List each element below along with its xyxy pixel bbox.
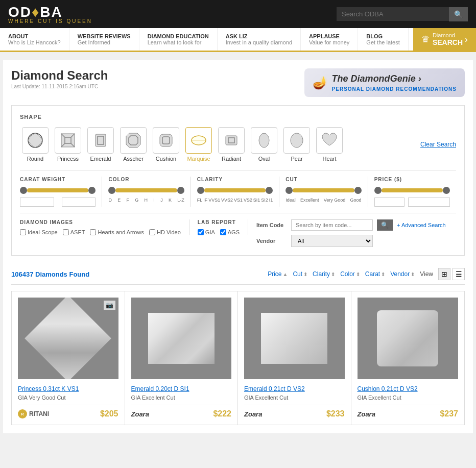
diamond-footer-3: Zoara $233 [244, 405, 345, 418]
search-input[interactable] [337, 7, 449, 21]
diamond-footer-1: R RITANI $205 [18, 405, 118, 418]
clear-search-button[interactable]: Clear Search [420, 141, 456, 148]
carat-label: CARAT WEIGHT [20, 177, 96, 182]
results-count: 106437 Diamonds Found [11, 270, 89, 278]
main-content: Diamond Search Last Update: 11-11-2015 2… [3, 60, 473, 433]
genie-subtitle: PERSONAL DIAMOND RECOMMENDATIONS [332, 86, 457, 92]
gia-checkbox[interactable] [198, 229, 204, 235]
nav-blog[interactable]: BLOG Get the latest [358, 28, 408, 51]
nav-about[interactable]: ABOUT Who is Liz Hancock? [0, 28, 69, 51]
cut-labels: IdealExcellentVery GoodGood [285, 198, 361, 203]
hearts-arrows-option[interactable]: Hearts and Arrows [90, 229, 144, 235]
lab-report-label: LAB REPORT [198, 219, 240, 225]
nav-diamond-search[interactable]: ♛ Diamond SEARCH › [413, 28, 476, 51]
cut-slider[interactable] [285, 186, 361, 194]
nav-website-reviews[interactable]: WEBSITE REVIEWS Get Informed [69, 28, 139, 51]
carat-slider-right-handle[interactable] [88, 187, 96, 194]
carat-slider-left-handle[interactable] [20, 187, 27, 194]
sort-controls: Price ▲ Cut ⬍ Clarity ⬍ Color ⬍ Carat ⬍ … [268, 268, 465, 280]
color-slider-left-handle[interactable] [108, 187, 115, 194]
advanced-search-link[interactable]: + Advanced Search [397, 222, 446, 228]
diamond-price-3: $233 [326, 409, 345, 418]
shape-marquise[interactable]: Marquise [183, 125, 214, 164]
gia-option[interactable]: GIA [198, 229, 215, 235]
diamond-image-2 [131, 298, 232, 379]
item-code-search-button[interactable]: 🔍 [377, 219, 393, 231]
hearts-arrows-checkbox[interactable] [90, 229, 96, 235]
nav-diamond-education[interactable]: DIAMOND EDUCATION Learn what to look for [139, 28, 218, 51]
hd-video-option[interactable]: HD Video [149, 229, 181, 235]
search-button[interactable]: 🔍 [449, 7, 468, 21]
sort-carat[interactable]: Carat ⬍ [365, 270, 385, 278]
shape-oval[interactable]: Oval [249, 125, 279, 164]
color-slider[interactable] [108, 186, 184, 194]
shape-asscher[interactable]: Asscher [118, 125, 149, 164]
sort-vendor[interactable]: Vendor ⬍ [390, 270, 415, 278]
shape-marquise-label: Marquise [187, 156, 210, 162]
clarity-slider-left-handle[interactable] [197, 187, 204, 194]
ideal-scope-checkbox[interactable] [20, 229, 26, 235]
price-max-input[interactable]: $1,500,000 [408, 198, 450, 207]
carat-filter: CARAT WEIGHT 0.00 10.00 [20, 177, 102, 207]
search-panel: SHAPE Round Princess Emer [11, 105, 465, 256]
item-code-input[interactable] [291, 219, 373, 231]
diamond-title-1[interactable]: Princess 0.31ct K VS1 [18, 385, 118, 392]
video-icon-1: 📷 [104, 301, 115, 310]
cut-slider-right-handle[interactable] [354, 187, 362, 194]
price-label: PRICE ($) [374, 177, 450, 182]
shape-heart[interactable]: Heart [314, 125, 345, 164]
ags-checkbox[interactable] [220, 229, 226, 235]
diamond-image-3 [244, 298, 345, 379]
vendor-label: Vendor [256, 238, 287, 244]
cut-label: CUT [285, 177, 361, 182]
shapes-row: Round Princess Emerald [20, 125, 456, 164]
carat-max-input[interactable]: 10.00 [62, 198, 96, 207]
diamond-price-1: $205 [100, 409, 118, 418]
ideal-scope-option[interactable]: Ideal-Scope [20, 229, 58, 235]
shape-round[interactable]: Round [20, 125, 51, 164]
carat-min-input[interactable]: 0.00 [20, 198, 54, 207]
shape-heart-label: Heart [323, 156, 337, 162]
vendor-select[interactable]: All Ritani Zoara James Allen Brian Gavin [291, 235, 373, 247]
clarity-slider-right-handle[interactable] [266, 187, 273, 194]
diamond-title-3[interactable]: Emerald 0.21ct D VS2 [244, 385, 345, 392]
shape-radiant-label: Radiant [222, 156, 241, 162]
sort-clarity[interactable]: Clarity ⬍ [313, 270, 335, 278]
list-view-button[interactable]: ☰ [453, 268, 465, 280]
vendor-name-1: RITANI [29, 410, 49, 417]
diamond-genie-widget[interactable]: 🪔 The DiamondGenie › PERSONAL DIAMOND RE… [304, 68, 465, 97]
sort-color[interactable]: Color ⬍ [340, 270, 360, 278]
price-slider-left-handle[interactable] [374, 187, 382, 194]
ags-option[interactable]: AGS [220, 229, 240, 235]
shape-cushion[interactable]: Cushion [151, 125, 181, 164]
aset-checkbox[interactable] [63, 229, 69, 235]
price-min-input[interactable]: $0 [374, 198, 404, 207]
header-search[interactable]: 🔍 [337, 7, 468, 21]
color-slider-right-handle[interactable] [177, 187, 184, 194]
sort-cut[interactable]: Cut ⬍ [293, 270, 307, 278]
site-header: OD♦BA WHERE CUT IS QUEEN 🔍 [0, 0, 476, 28]
shape-pear[interactable]: Pear [281, 125, 312, 164]
logo[interactable]: OD♦BA WHERE CUT IS QUEEN [8, 4, 92, 24]
cut-slider-left-handle[interactable] [285, 187, 293, 194]
sort-price[interactable]: Price ▲ [268, 270, 288, 278]
aset-option[interactable]: ASET [63, 229, 85, 235]
shape-emerald[interactable]: Emerald [85, 125, 116, 164]
nav-ask-liz[interactable]: ASK LIZ Invest in a quality diamond [218, 28, 301, 51]
page-header: Diamond Search Last Update: 11-11-2015 2… [11, 68, 465, 97]
diamond-title-4[interactable]: Cushion 0.21ct D VS2 [358, 385, 459, 392]
clarity-slider[interactable] [197, 186, 273, 194]
diamond-title-2[interactable]: Emerald 0.20ct D SI1 [131, 385, 232, 392]
arrow-icon: › [465, 34, 468, 45]
shape-pear-label: Pear [291, 156, 302, 162]
price-slider[interactable] [374, 186, 450, 194]
grid-view-button[interactable]: ⊞ [438, 268, 450, 280]
shape-oval-label: Oval [258, 156, 270, 162]
hd-video-checkbox[interactable] [149, 229, 155, 235]
shape-radiant[interactable]: Radiant [216, 125, 247, 164]
carat-slider[interactable] [20, 186, 96, 194]
shape-princess[interactable]: Princess [53, 125, 83, 164]
diamonds-grid: 📷 Princess 0.31ct K VS1 GIA Very Good Cu… [11, 291, 465, 425]
nav-applause[interactable]: APPLAUSE Value for money [301, 28, 358, 51]
price-slider-right-handle[interactable] [443, 187, 450, 194]
